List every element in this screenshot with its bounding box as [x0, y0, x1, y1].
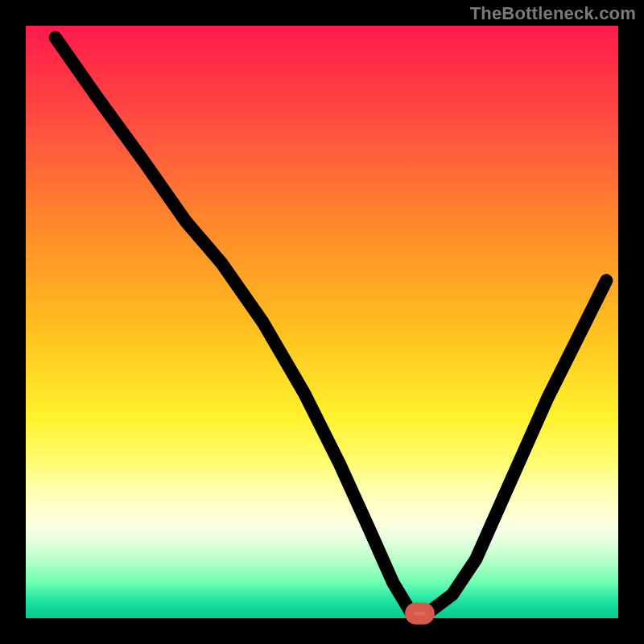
chart-svg: [26, 26, 618, 618]
watermark-label: TheBottleneck.com: [470, 5, 636, 23]
chart-frame: TheBottleneck.com: [0, 0, 644, 644]
plot-area: [26, 26, 618, 618]
bottleneck-curve: [56, 38, 606, 613]
optimal-marker: [410, 607, 431, 620]
